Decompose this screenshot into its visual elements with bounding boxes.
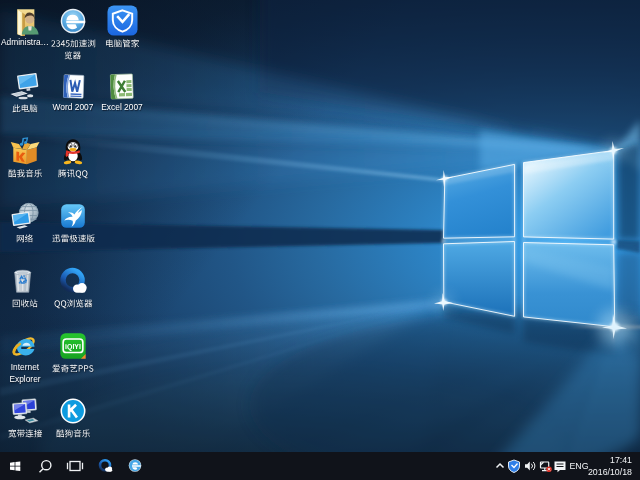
svg-text:iQIYI: iQIYI (65, 343, 81, 351)
